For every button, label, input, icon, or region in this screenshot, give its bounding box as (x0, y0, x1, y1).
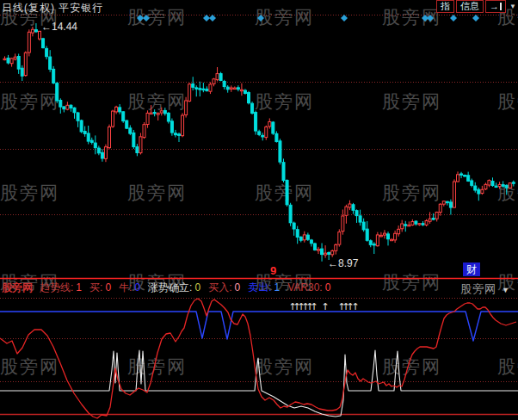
indicator-button[interactable]: 指 (436, 0, 454, 13)
diamond-signal-icon (137, 15, 144, 22)
top-bar-buttons: 指 信息 → ▼ (436, 0, 516, 13)
signal-count-marker: 9 (270, 264, 276, 277)
diamond-signal-icon (143, 15, 150, 22)
indicator-item: 牛:0 (119, 281, 140, 293)
indicator-value: 1 (274, 281, 281, 293)
indicator-item: VAR30:0 (287, 281, 330, 293)
diamond-signal-icon (472, 15, 479, 22)
top-bar: 日线(复权) 平安银行 指 信息 → ▼ (0, 0, 518, 15)
indicator-value: 0 (134, 281, 140, 293)
diamond-signal-icon (203, 15, 210, 22)
site-logo: 股旁网 (2, 281, 33, 293)
indicator-value: 0 (234, 281, 240, 293)
up-arrow-signal-icon: ↑ (310, 301, 318, 312)
indicator-item: 买入:0 (208, 281, 240, 293)
indicator-item: 买:0 (89, 281, 111, 293)
finance-badge[interactable]: 财 (463, 262, 480, 276)
indicator-value-row: 股旁网趋势线:1买:0牛:0涨势确立:0买入:0卖出:1VAR30:0 股旁网▼ (0, 280, 518, 296)
indicator-value: 0 (325, 281, 331, 293)
indicator-name: 股旁网 (460, 282, 496, 295)
indicator-value: 1 (76, 281, 82, 293)
diamond-signal-icon (450, 15, 457, 22)
low-price-label: ←8.97 (328, 257, 358, 269)
indicator-item: 卖出:1 (248, 281, 280, 293)
indicator-label: 趋势线: (40, 281, 73, 293)
indicator-value: 0 (194, 281, 200, 293)
next-page-arrow-button[interactable]: → (485, 0, 506, 13)
arrow-right-icon: → (490, 1, 499, 12)
chart-title: 日线(复权) 平安银行 (2, 1, 103, 15)
diamond-signal-icon (209, 15, 216, 22)
indicator-label: 卖出: (248, 281, 271, 293)
indicator-label: 买: (89, 281, 102, 293)
diamond-signal-icon (257, 15, 264, 22)
diamond-signal-icon (341, 15, 348, 22)
indicator-label: VAR30: (287, 281, 322, 293)
indicator-item: 涨势确立:0 (148, 281, 200, 293)
up-arrow-signal-icon: ↑ (351, 301, 359, 312)
info-button[interactable]: 信息 (456, 0, 484, 13)
indicator-label: 牛: (119, 281, 132, 293)
high-price-label: ←14.44 (41, 21, 77, 33)
up-arrow-signal-icon: ↑ (321, 301, 329, 312)
indicator-item: 趋势线:1 (40, 281, 82, 293)
chevron-down-icon[interactable]: ▼ (509, 3, 516, 10)
indicator-label: 涨势确立: (148, 281, 192, 293)
trading-app-window: 日线(复权) 平安银行 指 信息 → ▼ 股旁网股旁网股旁网股旁网股旁网股旁网股… (0, 0, 518, 420)
candlestick-chart[interactable]: ↑↑↑↑↑↑↑↑↑↑↑ (0, 0, 518, 420)
indicator-value: 0 (105, 281, 111, 293)
diamond-signal-icon (427, 15, 434, 22)
indicator-values: 趋势线:1买:0牛:0涨势确立:0买入:0卖出:1VAR30:0 (40, 281, 338, 293)
chevron-down-icon[interactable]: ▼ (502, 286, 509, 294)
arrow-bar-icon (500, 3, 502, 10)
indicator-label: 买入: (208, 281, 231, 293)
indicator-selector[interactable]: 股旁网▼ (460, 281, 509, 298)
